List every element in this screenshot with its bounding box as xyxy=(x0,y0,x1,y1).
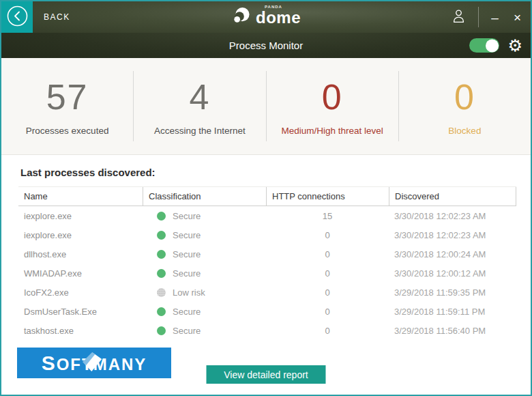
process-name: dllhost.exe xyxy=(18,249,143,259)
table-row[interactable]: IcoFX2.exe Low risk 0 3/29/2018 11:59:35… xyxy=(18,283,516,302)
http-connections: 0 xyxy=(266,249,389,259)
back-button[interactable] xyxy=(1,1,33,33)
stats-row: 57 Processes executed 4 Accessing the In… xyxy=(1,58,531,155)
classification-label: Secure xyxy=(173,230,201,240)
section-title: Last processes discovered: xyxy=(20,167,531,178)
page-title: Process Monitor xyxy=(229,40,303,51)
column-header-http-connections[interactable]: HTTP connections xyxy=(266,187,389,206)
status-dot xyxy=(157,269,166,278)
status-dot xyxy=(157,326,166,335)
flag-icon xyxy=(80,351,104,376)
http-connections: 15 xyxy=(266,211,389,221)
discovered-date: 3/30/2018 12:02:23 AM xyxy=(389,211,516,221)
process-name: iexplore.exe xyxy=(18,230,143,240)
column-header-discovered[interactable]: Discovered xyxy=(389,187,516,206)
discovered-date: 3/30/2018 12:02:23 AM xyxy=(389,230,516,240)
status-dot xyxy=(157,250,166,259)
back-label[interactable]: BACK xyxy=(44,12,70,22)
minimize-button[interactable]: – xyxy=(488,10,501,25)
title-bar: BACK PANDA dome xyxy=(1,1,531,33)
stat-threat-level: 0 Medium/High threat level xyxy=(266,71,398,141)
process-name: WMIADAP.exe xyxy=(18,268,143,279)
discovered-date: 3/29/2018 11:56:40 PM xyxy=(389,326,516,336)
stat-accessing-internet: 4 Accessing the Internet xyxy=(133,71,265,141)
main-content: 57 Processes executed 4 Accessing the In… xyxy=(1,58,531,395)
process-monitor-window: BACK PANDA dome xyxy=(0,0,532,396)
classification-label: Secure xyxy=(173,326,201,336)
user-icon xyxy=(450,16,467,27)
table-row[interactable]: dllhost.exe Secure 0 3/30/2018 12:00:24 … xyxy=(18,244,516,264)
http-connections: 0 xyxy=(266,326,389,336)
table-header: Name Classification HTTP connections Dis… xyxy=(18,186,516,206)
process-name: DsmUserTask.Exe xyxy=(18,307,143,317)
http-connections: 0 xyxy=(266,287,389,298)
discovered-date: 3/29/2018 11:59:11 PM xyxy=(389,307,516,317)
monitor-bar: Process Monitor ⚙ xyxy=(1,33,531,58)
classification-label: Secure xyxy=(173,268,201,279)
table-row[interactable]: WMIADAP.exe Secure 0 3/30/2018 12:00:12 … xyxy=(18,264,516,283)
stat-label: Processes executed xyxy=(4,126,130,136)
stat-label: Accessing the Internet xyxy=(136,126,263,136)
view-detailed-report-button[interactable]: View detailed report xyxy=(207,365,326,384)
table-row[interactable]: iexplore.exe Secure 0 3/30/2018 12:02:23… xyxy=(18,225,516,244)
process-name: IcoFX2.exe xyxy=(18,287,143,298)
softmany-watermark[interactable]: SOFTMANY xyxy=(17,348,171,378)
classification-label: Secure xyxy=(173,307,201,317)
status-dot xyxy=(157,307,166,316)
stat-value: 0 xyxy=(269,76,396,117)
process-name: taskhost.exe xyxy=(18,326,143,336)
back-chevron-icon xyxy=(7,5,28,29)
user-account-button[interactable] xyxy=(449,8,469,27)
discovered-date: 3/30/2018 12:00:24 AM xyxy=(389,249,516,259)
close-button[interactable]: × xyxy=(511,10,524,25)
status-dot xyxy=(157,212,166,221)
process-name: iexplore.exe xyxy=(18,211,143,221)
table-row[interactable]: taskhost.exe Secure 0 3/29/2018 11:56:40… xyxy=(18,321,516,340)
stat-blocked: 0 Blocked xyxy=(398,71,531,141)
process-monitor-toggle[interactable] xyxy=(469,38,499,53)
classification-label: Secure xyxy=(173,211,201,221)
panda-logo-icon xyxy=(231,6,251,29)
status-dot xyxy=(157,288,166,297)
column-header-classification[interactable]: Classification xyxy=(143,187,266,206)
brand-small-label: PANDA xyxy=(265,4,282,8)
column-header-name[interactable]: Name xyxy=(18,187,143,206)
brand-logo: PANDA dome xyxy=(231,6,301,29)
stat-value: 57 xyxy=(4,76,130,117)
table-row[interactable]: iexplore.exe Secure 15 3/30/2018 12:02:2… xyxy=(18,206,516,225)
toggle-knob xyxy=(486,39,499,52)
classification-label: Low risk xyxy=(173,287,205,298)
status-dot xyxy=(157,231,166,240)
gear-icon[interactable]: ⚙ xyxy=(507,38,522,54)
stat-processes-executed: 57 Processes executed xyxy=(1,71,133,141)
discovered-date: 3/30/2018 12:00:12 AM xyxy=(389,268,516,279)
stat-value: 4 xyxy=(136,76,263,117)
brand-name: dome xyxy=(256,8,301,26)
http-connections: 0 xyxy=(266,268,389,279)
process-table: Name Classification HTTP connections Dis… xyxy=(18,186,516,340)
stat-label: Medium/High threat level xyxy=(269,126,396,136)
stat-label: Blocked xyxy=(402,126,528,136)
stat-value: 0 xyxy=(402,76,528,117)
http-connections: 0 xyxy=(266,307,389,317)
table-row[interactable]: DsmUserTask.Exe Secure 0 3/29/2018 11:59… xyxy=(18,302,516,321)
discovered-date: 3/29/2018 11:59:35 PM xyxy=(389,287,516,298)
titlebar-separator xyxy=(478,7,479,27)
http-connections: 0 xyxy=(266,230,389,240)
classification-label: Secure xyxy=(173,249,201,259)
